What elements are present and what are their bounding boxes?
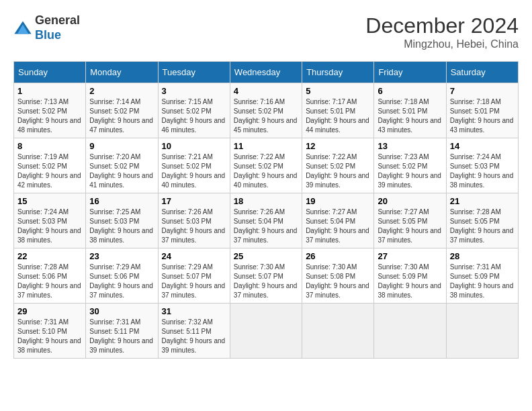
day-number: 1 [17, 86, 82, 96]
page-header: General Blue December 2024 Mingzhou, Heb… [13, 13, 519, 50]
calendar-cell: 15Sunrise: 7:24 AMSunset: 5:03 PMDayligh… [14, 193, 86, 248]
calendar-cell: 8Sunrise: 7:19 AMSunset: 5:02 PMDaylight… [14, 138, 86, 193]
calendar-cell: 10Sunrise: 7:21 AMSunset: 5:02 PMDayligh… [158, 138, 230, 193]
day-number: 13 [378, 141, 442, 151]
calendar-cell: 7Sunrise: 7:18 AMSunset: 5:01 PMDaylight… [446, 83, 518, 138]
calendar-cell: 16Sunrise: 7:25 AMSunset: 5:03 PMDayligh… [86, 193, 158, 248]
calendar-cell: 3Sunrise: 7:15 AMSunset: 5:02 PMDaylight… [158, 83, 230, 138]
weekday-header-wednesday: Wednesday [230, 62, 302, 83]
weekday-header-row: SundayMondayTuesdayWednesdayThursdayFrid… [14, 62, 519, 83]
calendar-week-4: 22Sunrise: 7:28 AMSunset: 5:06 PMDayligh… [14, 248, 519, 304]
weekday-header-friday: Friday [374, 62, 446, 83]
calendar-cell: 26Sunrise: 7:30 AMSunset: 5:08 PMDayligh… [302, 248, 374, 304]
calendar-week-1: 1Sunrise: 7:13 AMSunset: 5:02 PMDaylight… [14, 83, 519, 138]
day-info: Sunrise: 7:26 AMSunset: 5:03 PMDaylight:… [162, 208, 226, 245]
day-info: Sunrise: 7:25 AMSunset: 5:03 PMDaylight:… [89, 208, 154, 245]
day-info: Sunrise: 7:30 AMSunset: 5:07 PMDaylight:… [234, 263, 298, 300]
day-info: Sunrise: 7:31 AMSunset: 5:11 PMDaylight:… [89, 318, 154, 355]
day-number: 12 [306, 141, 370, 151]
day-info: Sunrise: 7:29 AMSunset: 5:07 PMDaylight:… [162, 263, 226, 300]
logo-icon [13, 19, 32, 38]
calendar-cell: 21Sunrise: 7:28 AMSunset: 5:05 PMDayligh… [446, 193, 518, 248]
calendar-cell: 29Sunrise: 7:31 AMSunset: 5:10 PMDayligh… [14, 304, 86, 359]
day-number: 23 [89, 251, 154, 261]
calendar-cell: 22Sunrise: 7:28 AMSunset: 5:06 PMDayligh… [14, 248, 86, 304]
day-number: 2 [89, 86, 154, 96]
day-info: Sunrise: 7:29 AMSunset: 5:06 PMDaylight:… [89, 263, 154, 300]
logo-general: General [35, 13, 80, 27]
calendar-cell: 9Sunrise: 7:20 AMSunset: 5:02 PMDaylight… [86, 138, 158, 193]
day-info: Sunrise: 7:28 AMSunset: 5:06 PMDaylight:… [17, 263, 82, 300]
calendar-cell: 4Sunrise: 7:16 AMSunset: 5:02 PMDaylight… [230, 83, 302, 138]
day-info: Sunrise: 7:24 AMSunset: 5:03 PMDaylight:… [450, 152, 515, 190]
calendar-cell: 19Sunrise: 7:27 AMSunset: 5:04 PMDayligh… [302, 193, 374, 248]
day-info: Sunrise: 7:17 AMSunset: 5:01 PMDaylight:… [306, 97, 370, 135]
day-number: 18 [234, 196, 298, 206]
calendar-cell: 23Sunrise: 7:29 AMSunset: 5:06 PMDayligh… [86, 248, 158, 304]
day-info: Sunrise: 7:27 AMSunset: 5:04 PMDaylight:… [306, 208, 370, 245]
calendar-cell: 27Sunrise: 7:30 AMSunset: 5:09 PMDayligh… [374, 248, 446, 304]
day-info: Sunrise: 7:21 AMSunset: 5:02 PMDaylight:… [162, 152, 226, 190]
day-number: 5 [306, 86, 370, 96]
calendar-cell: 24Sunrise: 7:29 AMSunset: 5:07 PMDayligh… [158, 248, 230, 304]
day-number: 25 [234, 251, 298, 261]
weekday-header-sunday: Sunday [14, 62, 86, 83]
day-info: Sunrise: 7:30 AMSunset: 5:08 PMDaylight:… [306, 263, 370, 300]
day-info: Sunrise: 7:31 AMSunset: 5:09 PMDaylight:… [450, 263, 515, 300]
day-info: Sunrise: 7:14 AMSunset: 5:02 PMDaylight:… [89, 97, 154, 135]
day-info: Sunrise: 7:31 AMSunset: 5:10 PMDaylight:… [17, 318, 82, 355]
day-info: Sunrise: 7:26 AMSunset: 5:04 PMDaylight:… [234, 208, 298, 245]
calendar-cell [302, 304, 374, 359]
calendar-cell: 20Sunrise: 7:27 AMSunset: 5:05 PMDayligh… [374, 193, 446, 248]
calendar-week-2: 8Sunrise: 7:19 AMSunset: 5:02 PMDaylight… [14, 138, 519, 193]
weekday-header-thursday: Thursday [302, 62, 374, 83]
day-number: 21 [450, 196, 515, 206]
day-number: 4 [234, 86, 298, 96]
calendar-cell: 25Sunrise: 7:30 AMSunset: 5:07 PMDayligh… [230, 248, 302, 304]
day-number: 3 [162, 86, 226, 96]
calendar-cell: 14Sunrise: 7:24 AMSunset: 5:03 PMDayligh… [446, 138, 518, 193]
weekday-header-saturday: Saturday [446, 62, 518, 83]
calendar-cell: 17Sunrise: 7:26 AMSunset: 5:03 PMDayligh… [158, 193, 230, 248]
day-number: 27 [378, 251, 442, 261]
day-number: 16 [89, 196, 154, 206]
day-info: Sunrise: 7:16 AMSunset: 5:02 PMDaylight:… [234, 97, 298, 135]
day-number: 31 [162, 306, 226, 316]
calendar-cell: 5Sunrise: 7:17 AMSunset: 5:01 PMDaylight… [302, 83, 374, 138]
day-number: 24 [162, 251, 226, 261]
day-info: Sunrise: 7:22 AMSunset: 5:02 PMDaylight:… [234, 152, 298, 190]
title-block: December 2024 Mingzhou, Hebei, China [365, 13, 519, 50]
day-number: 15 [17, 196, 82, 206]
day-info: Sunrise: 7:19 AMSunset: 5:02 PMDaylight:… [17, 152, 82, 190]
day-number: 22 [17, 251, 82, 261]
calendar-cell [446, 304, 518, 359]
day-number: 9 [89, 141, 154, 151]
day-info: Sunrise: 7:27 AMSunset: 5:05 PMDaylight:… [378, 208, 442, 245]
day-info: Sunrise: 7:23 AMSunset: 5:02 PMDaylight:… [378, 152, 442, 190]
calendar-cell: 28Sunrise: 7:31 AMSunset: 5:09 PMDayligh… [446, 248, 518, 304]
calendar-cell: 18Sunrise: 7:26 AMSunset: 5:04 PMDayligh… [230, 193, 302, 248]
day-info: Sunrise: 7:18 AMSunset: 5:01 PMDaylight:… [378, 97, 442, 135]
calendar-cell: 2Sunrise: 7:14 AMSunset: 5:02 PMDaylight… [86, 83, 158, 138]
day-info: Sunrise: 7:30 AMSunset: 5:09 PMDaylight:… [378, 263, 442, 300]
calendar-week-3: 15Sunrise: 7:24 AMSunset: 5:03 PMDayligh… [14, 193, 519, 248]
calendar-cell: 30Sunrise: 7:31 AMSunset: 5:11 PMDayligh… [86, 304, 158, 359]
day-info: Sunrise: 7:22 AMSunset: 5:02 PMDaylight:… [306, 152, 370, 190]
day-number: 29 [17, 306, 82, 316]
day-number: 30 [89, 306, 154, 316]
calendar-cell: 1Sunrise: 7:13 AMSunset: 5:02 PMDaylight… [14, 83, 86, 138]
calendar-cell [230, 304, 302, 359]
day-number: 19 [306, 196, 370, 206]
day-number: 7 [450, 86, 515, 96]
month-title: December 2024 [365, 13, 519, 38]
calendar-week-5: 29Sunrise: 7:31 AMSunset: 5:10 PMDayligh… [14, 304, 519, 359]
weekday-header-monday: Monday [86, 62, 158, 83]
day-info: Sunrise: 7:28 AMSunset: 5:05 PMDaylight:… [450, 208, 515, 245]
weekday-header-tuesday: Tuesday [158, 62, 230, 83]
day-info: Sunrise: 7:20 AMSunset: 5:02 PMDaylight:… [89, 152, 154, 190]
calendar-cell: 13Sunrise: 7:23 AMSunset: 5:02 PMDayligh… [374, 138, 446, 193]
day-info: Sunrise: 7:24 AMSunset: 5:03 PMDaylight:… [17, 208, 82, 245]
day-number: 8 [17, 141, 82, 151]
day-number: 20 [378, 196, 442, 206]
calendar-cell: 31Sunrise: 7:32 AMSunset: 5:11 PMDayligh… [158, 304, 230, 359]
